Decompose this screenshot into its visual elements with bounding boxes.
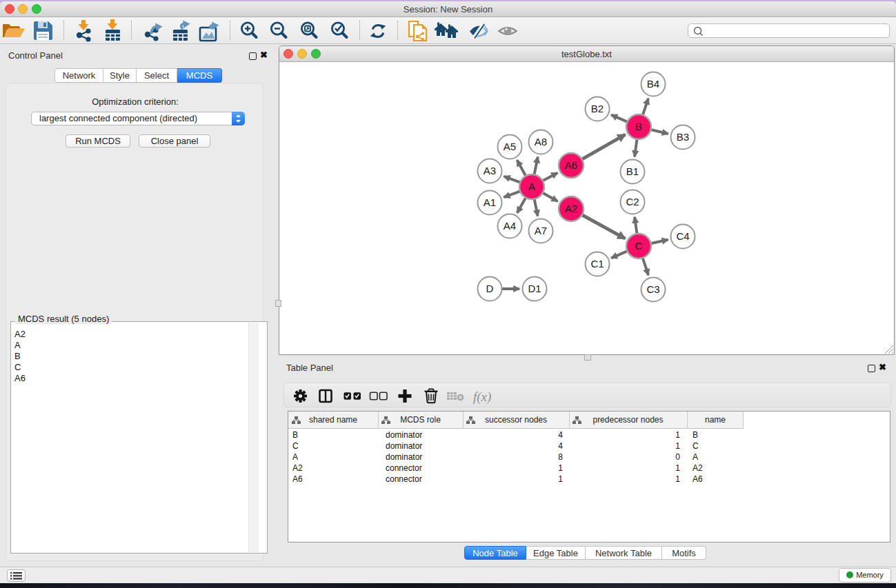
- svg-text:A3: A3: [484, 165, 496, 176]
- svg-text:A5: A5: [504, 141, 516, 152]
- svg-text:C3: C3: [646, 283, 659, 295]
- svg-text:f(x): f(x): [473, 389, 491, 405]
- svg-text:A4: A4: [504, 220, 516, 232]
- svg-text:C2: C2: [626, 196, 639, 207]
- svg-text:A2: A2: [565, 203, 577, 214]
- svg-text:A8: A8: [535, 136, 547, 148]
- svg-text:A: A: [528, 181, 535, 192]
- svg-text:A6: A6: [565, 159, 577, 171]
- svg-text:C4: C4: [676, 230, 689, 242]
- svg-text:B4: B4: [647, 78, 659, 90]
- svg-text:D1: D1: [528, 283, 541, 294]
- svg-text:C: C: [635, 240, 643, 252]
- svg-text:D: D: [486, 283, 494, 294]
- svg-text:A1: A1: [484, 196, 496, 208]
- svg-text:B1: B1: [626, 165, 639, 177]
- svg-text:C1: C1: [590, 258, 604, 270]
- svg-text:B: B: [635, 121, 642, 132]
- svg-text:B3: B3: [677, 131, 689, 143]
- svg-text:A7: A7: [535, 225, 547, 236]
- svg-text:B2: B2: [591, 103, 604, 114]
